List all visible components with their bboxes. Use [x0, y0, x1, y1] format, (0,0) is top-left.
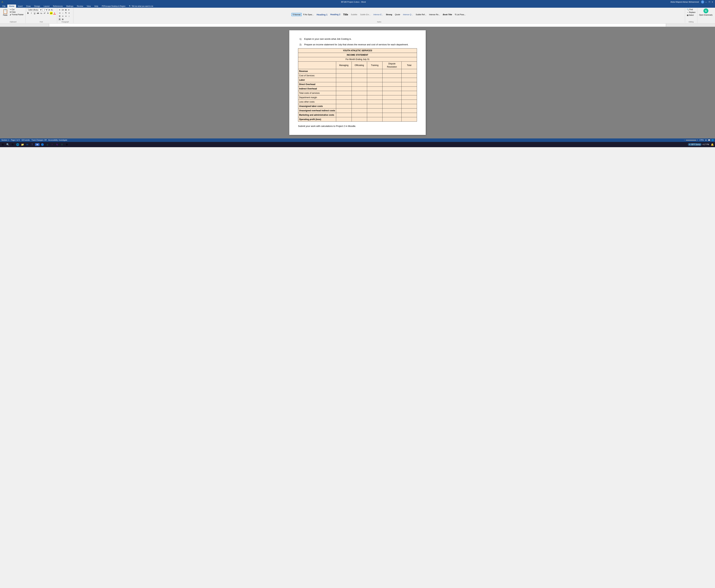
view-web-icon[interactable]: 🌐: [712, 139, 714, 141]
style-heading1[interactable]: Heading 1: [315, 13, 329, 17]
show-formatting-button[interactable]: ¶: [65, 12, 67, 14]
table-row: Cost of Services:: [298, 74, 417, 78]
tab-review[interactable]: Review: [75, 4, 85, 8]
tab-pdfescape[interactable]: PDFescape Desktop & Region: [100, 5, 127, 8]
find-button[interactable]: 🔍 Find: [686, 8, 693, 11]
numbered-list-button[interactable]: 1≡: [61, 8, 64, 11]
tab-insert[interactable]: Insert: [16, 4, 24, 8]
justify-button[interactable]: ≡: [65, 15, 67, 18]
status-accessibility[interactable]: Accessibility: Investigate: [48, 139, 67, 141]
status-track-changes[interactable]: Track Changes: Off: [31, 139, 46, 141]
search-icon: 🔍: [129, 5, 131, 7]
style-book-title[interactable]: Book Title: [442, 13, 453, 16]
task-view-button[interactable]: ⧉: [10, 143, 15, 147]
row-revenue-officiating[interactable]: [351, 69, 367, 74]
text-effects-button[interactable]: A: [46, 12, 49, 15]
restore-button[interactable]: ❐: [708, 1, 711, 3]
view-layout-icon[interactable]: ⊞: [705, 139, 707, 141]
grammarly-icon[interactable]: G: [703, 8, 708, 13]
style-strong[interactable]: Strong: [385, 13, 393, 16]
edge-icon[interactable]: 🌐: [15, 143, 20, 147]
style-quote[interactable]: Quote: [394, 13, 402, 16]
zoom-controls[interactable]: − +: [684, 139, 698, 141]
decrease-font-button[interactable]: A↓: [51, 9, 53, 11]
font-family-select[interactable]: Calibri (Body): [27, 8, 42, 12]
style-heading2[interactable]: Heading 2: [329, 13, 341, 16]
sort-button[interactable]: ↕: [61, 12, 64, 14]
row-revenue-training[interactable]: [367, 69, 382, 74]
style-list-para[interactable]: ¶ List Para...: [454, 13, 467, 16]
word-taskbar-button[interactable]: W: [35, 143, 40, 146]
tab-references[interactable]: References: [51, 4, 65, 8]
copy-button[interactable]: ⧉ Copy: [9, 11, 24, 13]
page[interactable]: 1) Explain in your own words what Job Co…: [289, 30, 426, 135]
bold-button[interactable]: B: [27, 12, 29, 15]
font-size-select[interactable]: 11: [43, 8, 48, 12]
font-color-button[interactable]: A: [53, 12, 56, 15]
style-intense-quote[interactable]: Intense Q...: [402, 13, 414, 16]
line-spacing-button[interactable]: ↕: [68, 15, 70, 18]
file-explorer-icon[interactable]: 📁: [20, 143, 24, 147]
paste-button[interactable]: 📋 Paste: [2, 8, 9, 21]
open-grammarly-button[interactable]: Open Grammarly: [698, 14, 713, 16]
start-button[interactable]: ⊞: [1, 143, 5, 147]
tab-tell-me[interactable]: 🔍 Tell me what you want to do: [127, 5, 155, 8]
borders-button[interactable]: ⊞: [61, 18, 64, 21]
row-revenue-total[interactable]: [402, 69, 417, 74]
onenote-icon[interactable]: N: [55, 143, 59, 147]
teams-icon[interactable]: T: [30, 143, 34, 147]
underline-button[interactable]: U: [33, 12, 36, 15]
style-normal[interactable]: ¶ Normal: [291, 13, 302, 16]
tab-help[interactable]: Help: [92, 4, 100, 8]
spotify-icon[interactable]: ♫: [45, 143, 49, 147]
style-no-spacing[interactable]: ¶ No Spac...: [302, 13, 315, 16]
close-button[interactable]: ✕: [711, 1, 714, 3]
zoom-in-icon[interactable]: +: [697, 139, 698, 141]
row-revenue-dispute[interactable]: [383, 69, 402, 74]
style-subtitle[interactable]: Subtitle: [350, 13, 359, 16]
align-left-button[interactable]: ≡: [68, 12, 70, 14]
zoom-out-icon[interactable]: −: [684, 139, 685, 141]
increase-indent-button[interactable]: ⇥: [58, 12, 61, 14]
minimize-button[interactable]: —: [705, 1, 707, 3]
excel-icon[interactable]: X: [60, 143, 64, 147]
notification-icon[interactable]: 🔔: [710, 143, 714, 147]
style-subtle-ref[interactable]: Subtle Ref...: [414, 13, 428, 16]
settings-icon[interactable]: ⚙: [65, 143, 69, 147]
style-subtle-em[interactable]: Subtle Em...: [359, 13, 372, 16]
style-title[interactable]: Title: [342, 13, 349, 17]
decrease-indent-button[interactable]: ⇤: [68, 8, 70, 11]
tab-layout[interactable]: Layout: [42, 4, 51, 8]
multilevel-list-button[interactable]: ⊞: [65, 8, 67, 11]
replace-button[interactable]: ↔ Replace: [686, 11, 696, 14]
style-intense-em[interactable]: Intense E...: [372, 13, 385, 16]
align-right-button[interactable]: ≡: [61, 15, 64, 18]
strikethrough-button[interactable]: ab: [37, 12, 39, 15]
view-read-icon[interactable]: 📖: [708, 139, 710, 141]
search-taskbar-button[interactable]: 🔍: [6, 143, 10, 147]
tab-home[interactable]: Home: [7, 4, 16, 8]
outlook-icon[interactable]: ✉: [25, 143, 29, 147]
italic-button[interactable]: I: [30, 12, 33, 15]
tab-draw[interactable]: Draw: [24, 4, 32, 8]
select-button[interactable]: ▦ Select: [686, 14, 695, 16]
increase-font-button[interactable]: A↑: [49, 9, 51, 11]
style-intense-ref[interactable]: Intense Re...: [428, 13, 441, 16]
shading-button[interactable]: A: [58, 18, 61, 21]
cut-button[interactable]: ✂ Cut: [9, 8, 24, 11]
highlight-button[interactable]: ab: [50, 12, 53, 15]
tab-design[interactable]: Design: [32, 4, 42, 8]
tab-file[interactable]: File: [1, 4, 7, 8]
format-painter-button[interactable]: 🖌 Format Painter: [9, 14, 24, 16]
subscript-button[interactable]: x₂: [40, 12, 43, 15]
zoom-slider[interactable]: [686, 140, 696, 141]
tab-view[interactable]: View: [85, 4, 92, 8]
row-revenue-managing[interactable]: [336, 69, 351, 74]
chrome-icon[interactable]: 🔵: [40, 143, 44, 147]
tab-mailings[interactable]: Mailings: [65, 4, 75, 8]
align-center-button[interactable]: ☰: [58, 15, 61, 18]
row-marketing-label: Marketing and administrative costs: [298, 113, 336, 117]
bullets-button[interactable]: ≡: [58, 8, 61, 11]
slack-icon[interactable]: #: [50, 143, 54, 147]
superscript-button[interactable]: x²: [43, 12, 46, 15]
